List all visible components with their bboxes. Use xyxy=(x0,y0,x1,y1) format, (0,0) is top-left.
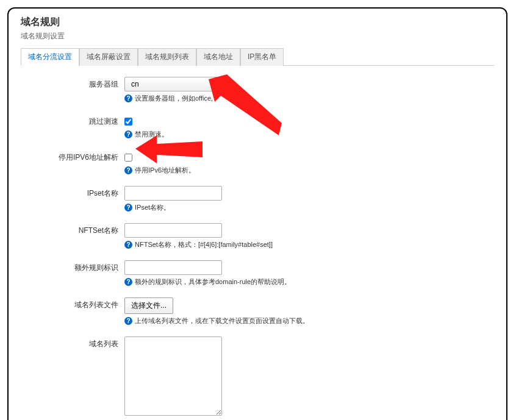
label-ipset-name: IPset名称 xyxy=(21,186,124,199)
row-server-group: 服务器组 cn ? 设置服务器组，例如office, xyxy=(21,77,494,103)
nftset-name-input[interactable] xyxy=(124,223,222,238)
help-icon: ? xyxy=(124,94,132,102)
field-skip-speed: ? 禁用测速。 xyxy=(124,114,494,139)
page-subtitle: 域名规则设置 xyxy=(21,31,494,41)
help-nftset-name: ? NFTSet名称，格式：[#[4|6]:[family#table#set]… xyxy=(124,240,494,249)
row-domain-list: 域名列表 ? 配置分流域名列表。 xyxy=(21,336,494,420)
help-text-disable-ipv6: 停用IPv6地址解析。 xyxy=(135,166,195,175)
help-text-server-group: 设置服务器组，例如office, xyxy=(135,94,213,103)
help-text-skip-speed: 禁用测速。 xyxy=(135,130,168,139)
label-domain-file: 域名列表文件 xyxy=(21,297,124,310)
help-disable-ipv6: ? 停用IPv6地址解析。 xyxy=(124,166,494,175)
disable-ipv6-checkbox[interactable] xyxy=(124,154,132,162)
label-server-group: 服务器组 xyxy=(21,77,124,90)
tab-domain-split[interactable]: 域名分流设置 xyxy=(21,48,79,66)
label-extra-rule: 额外规则标识 xyxy=(21,260,124,273)
tab-ip-blacklist[interactable]: IP黑名单 xyxy=(240,48,284,66)
row-disable-ipv6: 停用IPV6地址解析 ? 停用IPv6地址解析。 xyxy=(21,150,494,175)
help-ipset-name: ? IPset名称。 xyxy=(124,203,494,212)
tab-bar: 域名分流设置 域名屏蔽设置 域名规则列表 域名地址 IP黑名单 xyxy=(21,48,494,66)
row-ipset-name: IPset名称 ? IPset名称。 xyxy=(21,186,494,212)
domain-list-textarea[interactable] xyxy=(124,336,222,416)
row-nftset-name: NFTSet名称 ? NFTSet名称，格式：[#[4|6]:[family#t… xyxy=(21,223,494,249)
label-domain-list: 域名列表 xyxy=(21,336,124,349)
label-nftset-name: NFTSet名称 xyxy=(21,223,124,236)
help-icon: ? xyxy=(124,278,132,286)
field-domain-list: ? 配置分流域名列表。 xyxy=(124,336,494,420)
server-group-select[interactable]: cn xyxy=(124,77,222,91)
settings-window: 域名规则 域名规则设置 域名分流设置 域名屏蔽设置 域名规则列表 域名地址 IP… xyxy=(7,7,507,420)
help-text-extra-rule: 额外的规则标识，具体参考domain-rule的帮助说明。 xyxy=(135,277,291,287)
field-server-group: cn ? 设置服务器组，例如office, xyxy=(124,77,494,103)
choose-file-button[interactable]: 选择文件... xyxy=(124,297,173,314)
help-icon: ? xyxy=(124,317,132,325)
skip-speed-checkbox[interactable] xyxy=(124,118,132,126)
label-disable-ipv6: 停用IPV6地址解析 xyxy=(21,150,124,163)
field-extra-rule: ? 额外的规则标识，具体参考domain-rule的帮助说明。 xyxy=(124,260,494,287)
tab-domain-block[interactable]: 域名屏蔽设置 xyxy=(79,48,138,66)
help-extra-rule: ? 额外的规则标识，具体参考domain-rule的帮助说明。 xyxy=(124,277,494,287)
field-ipset-name: ? IPset名称。 xyxy=(124,186,494,212)
help-text-domain-file: 上传域名列表文件，或在下载文件设置页面设置自动下载。 xyxy=(135,316,309,326)
help-icon: ? xyxy=(124,241,132,249)
field-nftset-name: ? NFTSet名称，格式：[#[4|6]:[family#table#set]… xyxy=(124,223,494,249)
field-domain-file: 选择文件... ? 上传域名列表文件，或在下载文件设置页面设置自动下载。 xyxy=(124,297,494,326)
ipset-name-input[interactable] xyxy=(124,186,222,201)
tab-domain-rules[interactable]: 域名规则列表 xyxy=(138,48,196,66)
row-skip-speed: 跳过测速 ? 禁用测速。 xyxy=(21,114,494,139)
page-title: 域名规则 xyxy=(21,16,494,29)
extra-rule-input[interactable] xyxy=(124,260,222,275)
help-icon: ? xyxy=(124,204,132,212)
help-text-nftset-name: NFTSet名称，格式：[#[4|6]:[family#table#set]] xyxy=(135,240,273,249)
help-domain-file: ? 上传域名列表文件，或在下载文件设置页面设置自动下载。 xyxy=(124,316,494,326)
help-icon: ? xyxy=(124,130,132,138)
row-extra-rule: 额外规则标识 ? 额外的规则标识，具体参考domain-rule的帮助说明。 xyxy=(21,260,494,287)
help-server-group: ? 设置服务器组，例如office, xyxy=(124,94,494,103)
help-skip-speed: ? 禁用测速。 xyxy=(124,130,494,139)
row-domain-file: 域名列表文件 选择文件... ? 上传域名列表文件，或在下载文件设置页面设置自动… xyxy=(21,297,494,326)
tab-domain-address[interactable]: 域名地址 xyxy=(196,48,240,66)
help-text-ipset-name: IPset名称。 xyxy=(135,203,170,212)
label-skip-speed: 跳过测速 xyxy=(21,114,124,127)
help-icon: ? xyxy=(124,166,132,174)
field-disable-ipv6: ? 停用IPv6地址解析。 xyxy=(124,150,494,175)
